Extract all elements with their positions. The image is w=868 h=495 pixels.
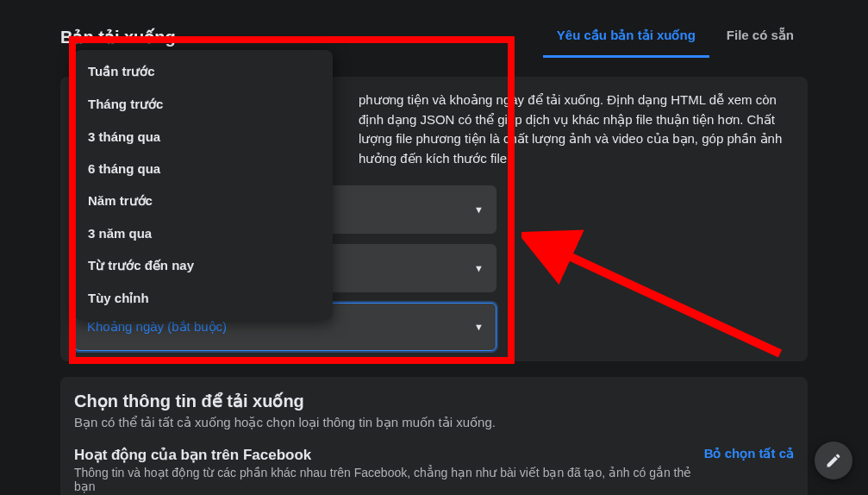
dropdown-item-last-week[interactable]: Tuần trước (74, 55, 333, 88)
date-range-dropdown: Tuần trước Tháng trước 3 tháng qua 6 thá… (74, 50, 333, 320)
dropdown-item-custom[interactable]: Tùy chỉnh (74, 282, 333, 315)
chevron-down-icon: ▼ (474, 322, 484, 332)
edit-fab-button[interactable] (815, 442, 852, 479)
pencil-icon (825, 452, 842, 469)
tab-bar: Yêu cầu bản tải xuống File có sẵn (543, 16, 808, 58)
date-range-label: Khoảng ngày (bắt buộc) (87, 319, 227, 335)
dropdown-item-6-months[interactable]: 6 tháng qua (74, 153, 333, 185)
dropdown-item-last-year[interactable]: Năm trước (74, 185, 333, 217)
dropdown-item-3-years[interactable]: 3 năm qua (74, 217, 333, 249)
chevron-down-icon: ▼ (474, 204, 484, 215)
page-title: Bản tải xuống (60, 27, 176, 47)
select-info-title: Chọn thông tin để tải xuống (74, 391, 794, 411)
card-description: phương tiện và khoảng ngày để tải xuống.… (359, 91, 794, 168)
dropdown-item-3-months[interactable]: 3 tháng qua (74, 121, 333, 153)
select-info-desc: Bạn có thể tải tất cả xuống hoặc chọn lo… (74, 415, 794, 430)
tab-request-download[interactable]: Yêu cầu bản tải xuống (543, 16, 709, 58)
dropdown-item-all-time[interactable]: Từ trước đến nay (74, 249, 333, 282)
dropdown-item-last-month[interactable]: Tháng trước (74, 88, 333, 121)
activity-desc: Thông tin và hoạt động từ các phần khác … (74, 466, 704, 493)
activity-title: Hoạt động của bạn trên Facebook (74, 446, 704, 464)
chevron-down-icon: ▼ (474, 263, 484, 273)
tab-available-file[interactable]: File có sẵn (713, 16, 808, 58)
deselect-all-link[interactable]: Bỏ chọn tất cả (704, 446, 794, 461)
select-info-card: Chọn thông tin để tải xuống Bạn có thể t… (60, 377, 808, 495)
